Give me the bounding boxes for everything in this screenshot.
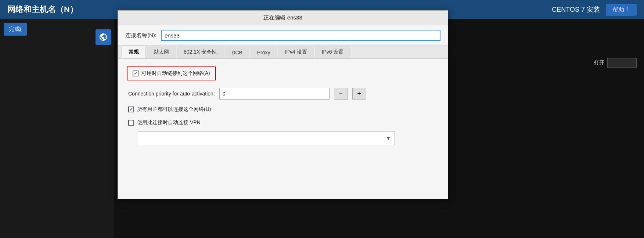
done-button[interactable]: 完成( (4, 23, 27, 36)
all-users-row: 所有用户都可以连接这个网络(U) (128, 106, 439, 113)
all-users-label: 所有用户都可以连接这个网络(U) (137, 106, 211, 113)
tab-proxy[interactable]: Proxy (250, 46, 277, 58)
centos-label: CENTOS 7 安装 (552, 5, 600, 14)
priority-label: Connection priority for auto-activation: (128, 91, 215, 97)
vpn-dropdown[interactable]: ▼ (138, 131, 395, 145)
tab-dcb[interactable]: DCB (224, 46, 249, 58)
priority-decrement-button[interactable]: − (334, 88, 348, 100)
tab-general[interactable]: 常规 (122, 46, 146, 58)
dialog-titlebar: 正在编辑 ens33 (118, 11, 448, 25)
connection-name-input[interactable] (161, 30, 440, 41)
vpn-label: 使用此连接时自动连接 VPN (137, 119, 201, 126)
connection-name-label: 连接名称(N): (125, 32, 156, 39)
edit-dialog: 正在编辑 ens33 连接名称(N): 常规 以太网 802.1X 安全性 DC… (118, 10, 448, 199)
tab-ipv4[interactable]: IPv4 设置 (278, 46, 314, 58)
all-users-checkbox[interactable] (128, 107, 134, 112)
connection-name-row: 连接名称(N): (118, 25, 448, 46)
open-area: 打开 (594, 58, 637, 68)
auto-connect-row: 可用时自动链接到这个网络(A) (127, 66, 216, 80)
open-label: 打开 (594, 60, 604, 66)
dialog-content: 可用时自动链接到这个网络(A) Connection priority for … (118, 59, 448, 199)
vpn-row: 使用此连接时自动连接 VPN (128, 119, 439, 126)
tab-ipv6[interactable]: IPv6 设置 (315, 46, 351, 58)
open-input[interactable] (607, 58, 637, 68)
dropdown-arrow-icon: ▼ (386, 135, 391, 141)
auto-connect-label: 可用时自动链接到这个网络(A) (141, 70, 210, 77)
sidebar-area: 完成( (0, 19, 114, 238)
page-title: 网络和主机名（N） (7, 4, 78, 15)
priority-input[interactable] (219, 88, 330, 100)
tabs-bar: 常规 以太网 802.1X 安全性 DCB Proxy IPv4 设置 IPv6… (118, 46, 448, 59)
network-icon (96, 29, 111, 45)
tab-8021x[interactable]: 802.1X 安全性 (177, 46, 224, 58)
vpn-dropdown-row: ▼ (138, 131, 439, 145)
auto-connect-checkbox[interactable] (133, 71, 138, 76)
dialog-title: 正在编辑 ens33 (263, 14, 302, 21)
priority-row: Connection priority for auto-activation:… (128, 88, 439, 100)
vpn-checkbox[interactable] (128, 120, 134, 126)
tab-ethernet[interactable]: 以太网 (147, 46, 176, 58)
help-button[interactable]: 帮助！ (606, 4, 637, 16)
top-bar-right: CENTOS 7 安装 帮助！ (552, 4, 637, 16)
priority-increment-button[interactable]: + (352, 88, 366, 100)
